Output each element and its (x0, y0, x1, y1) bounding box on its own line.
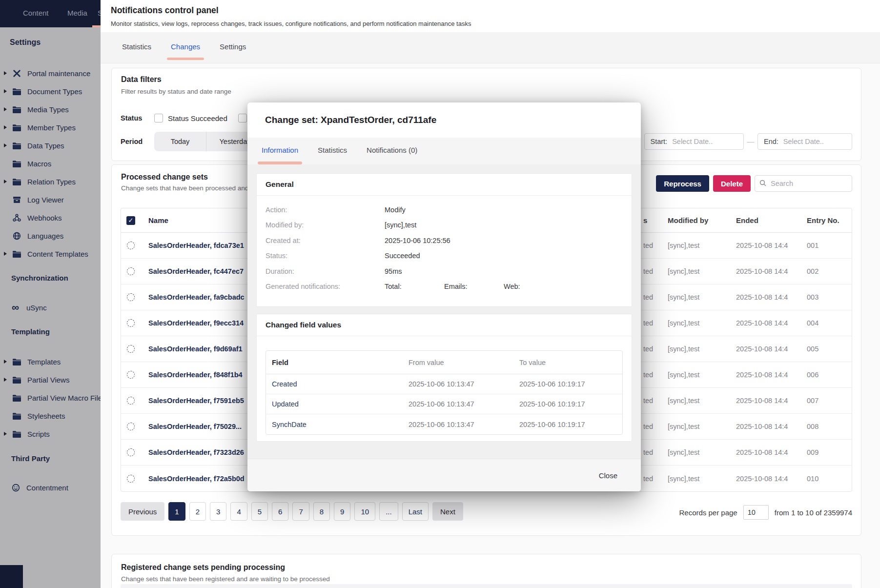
row-select-circle[interactable] (127, 242, 135, 249)
folder-icon (13, 430, 21, 438)
tab-settings[interactable]: Settings (220, 42, 246, 63)
modal-tab-information[interactable]: Information (262, 146, 298, 164)
pagination-page-button[interactable]: 10 (354, 502, 375, 521)
close-button[interactable]: Close (599, 471, 617, 480)
nav-item-media[interactable]: Media (67, 9, 87, 17)
folder-icon (13, 250, 21, 258)
checkbox-label: Status Succeeded (168, 114, 227, 122)
checkbox-icon[interactable] (238, 114, 247, 122)
sidebar-item-webhooks[interactable]: Webhooks (0, 212, 101, 223)
sidebar-item-content-templates[interactable]: Content Templates (0, 248, 101, 260)
nav-item-content[interactable]: Content (23, 9, 49, 17)
sidebar-item-label: Partial View Macro Files (27, 394, 101, 402)
sidebar-item-member-types[interactable]: Member Types (0, 122, 101, 133)
delete-button[interactable]: Delete (713, 175, 751, 192)
nav-item-settings[interactable]: Settings (98, 9, 101, 17)
column-header-ended: Ended (736, 216, 807, 224)
modal-tab-statistics[interactable]: Statistics (318, 146, 347, 164)
sidebar-heading-synchronization: Synchronization (11, 274, 68, 282)
help-tray-button[interactable] (0, 565, 23, 588)
row-select-circle[interactable] (127, 448, 135, 456)
row-select-circle[interactable] (127, 397, 135, 405)
pagination-page-button[interactable]: 2 (189, 502, 206, 521)
tab-changes[interactable]: Changes (171, 42, 200, 63)
field-value: 2025-10-06 10:25:56 (385, 237, 450, 244)
pagination-page-button[interactable]: 4 (230, 502, 247, 521)
pagination-previous-button[interactable]: Previous (121, 502, 164, 521)
row-select-circle[interactable] (127, 371, 135, 379)
ended-cell: 2025-10-08 14:4 (736, 293, 807, 301)
sidebar-item-portal-maintenance[interactable]: Portal maintenance (0, 67, 101, 79)
sidebar-item-languages[interactable]: Languages (0, 230, 101, 242)
expand-caret-icon[interactable] (4, 432, 7, 436)
tab-statistics[interactable]: Statistics (122, 42, 151, 63)
row-select-circle[interactable] (127, 345, 135, 353)
reprocess-button[interactable]: Reprocess (656, 175, 709, 192)
entry-no-cell: 005 (807, 345, 852, 353)
sidebar-item-usync[interactable]: ∞ uSync (0, 302, 101, 313)
pagination-page-button[interactable]: 7 (292, 502, 309, 521)
sidebar-item-contentment[interactable]: Contentment (0, 482, 101, 493)
entry-no-cell: 004 (807, 319, 852, 327)
pagination-page-button[interactable]: 9 (334, 502, 350, 521)
expand-caret-icon[interactable] (4, 89, 7, 93)
expand-caret-icon[interactable] (4, 360, 7, 364)
changed-table-row: SynchDate 2025-10-06 10:13:47 2025-10-06… (266, 414, 622, 434)
expand-caret-icon[interactable] (4, 252, 7, 256)
search-input[interactable] (755, 175, 852, 192)
entry-no-cell: 003 (807, 293, 852, 301)
sidebar-item-log-viewer[interactable]: Log Viewer (0, 194, 101, 205)
ended-cell: 2025-10-08 14:4 (736, 319, 807, 327)
expand-caret-icon[interactable] (4, 180, 7, 183)
pagination-page-button[interactable]: 3 (210, 502, 226, 521)
row-select-circle[interactable] (127, 475, 135, 483)
expand-caret-icon[interactable] (4, 107, 7, 111)
row-select-circle[interactable] (127, 319, 135, 327)
records-per-page-input[interactable] (743, 505, 769, 520)
globe-icon (13, 232, 21, 240)
search-icon (759, 179, 767, 187)
status-succeeded-checkbox[interactable]: Status Succeeded (154, 114, 227, 122)
pagination-page-button[interactable]: 6 (272, 502, 288, 521)
select-all-checkbox[interactable]: ✓ (126, 216, 135, 225)
expand-caret-icon[interactable] (4, 125, 7, 129)
field-value: Modify (385, 206, 406, 214)
sidebar-item-media-types[interactable]: Media Types (0, 103, 101, 115)
expand-caret-icon[interactable] (4, 71, 7, 75)
to-value-cell: 2025-10-06 10:19:17 (519, 400, 622, 408)
processed-subtitle: Change sets that have been processed and… (121, 184, 256, 192)
sidebar-item-partial-view-macro-files[interactable]: Partial View Macro Files (0, 392, 101, 404)
modified-by-cell: [sync],test (668, 319, 736, 327)
pagination-last-button[interactable]: Last (402, 502, 429, 521)
pagination-page-button[interactable]: 5 (251, 502, 268, 521)
sidebar-item-document-types[interactable]: Document Types (0, 85, 101, 97)
sidebar-item-label: Media Types (27, 105, 69, 114)
tools-icon (13, 69, 21, 78)
sidebar-item-scripts[interactable]: Scripts (0, 428, 101, 440)
sidebar-item-partial-views[interactable]: Partial Views (0, 374, 101, 385)
pagination-page-button[interactable]: 8 (313, 502, 330, 521)
sidebar-item-stylesheets[interactable]: Stylesheets (0, 410, 101, 422)
sidebar-item-relation-types[interactable]: Relation Types (0, 176, 101, 187)
pagination-next-button[interactable]: Next (432, 502, 463, 521)
modal-footer: Close (247, 459, 641, 491)
row-select-circle[interactable] (127, 267, 135, 275)
column-header-to-value: To value (519, 359, 622, 366)
period-today-button[interactable]: Today (154, 132, 206, 151)
row-select-circle[interactable] (127, 423, 135, 430)
end-date-input[interactable]: End: Select Date.. (757, 133, 852, 150)
checkbox-icon[interactable] (154, 114, 163, 122)
expand-caret-icon[interactable] (4, 378, 7, 382)
pagination-ellipsis-button[interactable]: ... (379, 502, 398, 521)
start-date-input[interactable]: Start: Select Date.. (644, 133, 744, 150)
sidebar-item-label: uSync (26, 304, 47, 312)
sidebar-item-macros[interactable]: Macros (0, 158, 101, 169)
modal-tab-notifications[interactable]: Notifications (0) (367, 146, 417, 164)
expand-caret-icon[interactable] (4, 143, 7, 147)
pagination-page-button[interactable]: 1 (168, 502, 185, 521)
sidebar-item-data-types[interactable]: Data Types (0, 140, 101, 151)
status-cell-partial: ted (643, 448, 668, 456)
sidebar-item-templates[interactable]: Templates (0, 356, 101, 367)
row-select-circle[interactable] (127, 293, 135, 301)
modified-by-cell: [sync],test (668, 423, 736, 430)
